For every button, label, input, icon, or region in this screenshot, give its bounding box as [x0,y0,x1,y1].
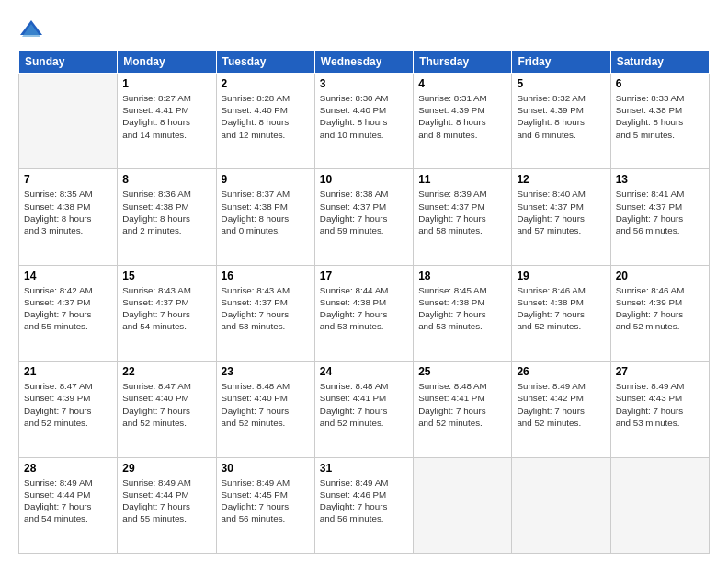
day-number: 5 [517,77,605,90]
day-info: Sunrise: 8:49 AM Sunset: 4:45 PM Dayligh… [222,477,310,525]
day-info: Sunrise: 8:45 AM Sunset: 4:38 PM Dayligh… [418,284,506,333]
day-info: Sunrise: 8:46 AM Sunset: 4:39 PM Dayligh… [616,284,704,333]
calendar-cell: 25Sunrise: 8:48 AM Sunset: 4:41 PM Dayli… [414,362,512,457]
day-number: 12 [517,173,605,186]
week-row-4: 21Sunrise: 8:47 AM Sunset: 4:39 PM Dayli… [19,362,710,457]
day-number: 19 [517,270,605,282]
day-info: Sunrise: 8:27 AM Sunset: 4:41 PM Dayligh… [122,92,210,141]
calendar-cell: 27Sunrise: 8:49 AM Sunset: 4:43 PM Dayli… [610,362,709,457]
day-info: Sunrise: 8:43 AM Sunset: 4:37 PM Dayligh… [222,284,310,333]
calendar-cell: 2Sunrise: 8:28 AM Sunset: 4:40 PM Daylig… [216,74,314,169]
day-number: 15 [122,270,210,282]
day-info: Sunrise: 8:47 AM Sunset: 4:40 PM Dayligh… [122,380,210,429]
week-row-2: 7Sunrise: 8:35 AM Sunset: 4:38 PM Daylig… [19,169,710,265]
day-info: Sunrise: 8:32 AM Sunset: 4:39 PM Dayligh… [517,92,605,141]
day-info: Sunrise: 8:46 AM Sunset: 4:38 PM Dayligh… [517,284,605,333]
day-info: Sunrise: 8:48 AM Sunset: 4:41 PM Dayligh… [320,380,408,429]
week-row-5: 28Sunrise: 8:49 AM Sunset: 4:44 PM Dayli… [19,457,710,553]
day-info: Sunrise: 8:49 AM Sunset: 4:43 PM Dayligh… [616,380,704,429]
day-number: 30 [222,462,310,475]
weekday-header-wednesday: Wednesday [314,51,413,74]
day-info: Sunrise: 8:42 AM Sunset: 4:37 PM Dayligh… [24,284,112,333]
day-number: 1 [122,77,210,90]
day-number: 23 [222,365,310,378]
calendar-cell: 13Sunrise: 8:41 AM Sunset: 4:37 PM Dayli… [610,169,709,265]
day-number: 28 [24,462,112,475]
day-info: Sunrise: 8:48 AM Sunset: 4:41 PM Dayligh… [418,380,506,429]
calendar-header: SundayMondayTuesdayWednesdayThursdayFrid… [19,51,710,74]
day-number: 6 [616,77,704,90]
calendar-cell: 31Sunrise: 8:49 AM Sunset: 4:46 PM Dayli… [314,457,413,553]
calendar-cell: 21Sunrise: 8:47 AM Sunset: 4:39 PM Dayli… [19,362,118,457]
calendar-cell: 14Sunrise: 8:42 AM Sunset: 4:37 PM Dayli… [19,265,118,361]
calendar-cell: 24Sunrise: 8:48 AM Sunset: 4:41 PM Dayli… [314,362,413,457]
weekday-header-monday: Monday [118,51,216,74]
day-number: 18 [418,270,506,282]
calendar-cell: 8Sunrise: 8:36 AM Sunset: 4:38 PM Daylig… [118,169,216,265]
day-info: Sunrise: 8:44 AM Sunset: 4:38 PM Dayligh… [320,284,408,333]
weekday-row: SundayMondayTuesdayWednesdayThursdayFrid… [19,51,710,74]
day-number: 3 [320,77,408,90]
day-number: 8 [122,173,210,186]
weekday-header-sunday: Sunday [19,51,118,74]
day-number: 11 [418,173,506,186]
day-number: 2 [222,77,310,90]
week-row-1: 1Sunrise: 8:27 AM Sunset: 4:41 PM Daylig… [19,74,710,169]
day-info: Sunrise: 8:40 AM Sunset: 4:37 PM Dayligh… [517,188,605,236]
day-info: Sunrise: 8:41 AM Sunset: 4:37 PM Dayligh… [616,188,704,236]
calendar-cell: 11Sunrise: 8:39 AM Sunset: 4:37 PM Dayli… [414,169,512,265]
calendar-cell: 16Sunrise: 8:43 AM Sunset: 4:37 PM Dayli… [216,265,314,361]
day-number: 25 [418,365,506,378]
calendar-cell: 30Sunrise: 8:49 AM Sunset: 4:45 PM Dayli… [216,457,314,553]
day-info: Sunrise: 8:33 AM Sunset: 4:38 PM Dayligh… [616,92,704,141]
header [18,17,710,42]
day-info: Sunrise: 8:43 AM Sunset: 4:37 PM Dayligh… [122,284,210,333]
calendar-cell [19,74,118,169]
weekday-header-thursday: Thursday [414,51,512,74]
calendar-table: SundayMondayTuesdayWednesdayThursdayFrid… [18,50,710,554]
week-row-3: 14Sunrise: 8:42 AM Sunset: 4:37 PM Dayli… [19,265,710,361]
calendar-cell [610,457,709,553]
calendar-cell: 23Sunrise: 8:48 AM Sunset: 4:40 PM Dayli… [216,362,314,457]
day-number: 14 [24,270,112,282]
day-info: Sunrise: 8:49 AM Sunset: 4:44 PM Dayligh… [24,477,112,525]
day-info: Sunrise: 8:47 AM Sunset: 4:39 PM Dayligh… [24,380,112,429]
calendar-cell: 10Sunrise: 8:38 AM Sunset: 4:37 PM Dayli… [314,169,413,265]
day-number: 13 [616,173,704,186]
calendar-cell [414,457,512,553]
day-number: 27 [616,365,704,378]
day-number: 29 [122,462,210,475]
day-number: 31 [320,462,408,475]
day-info: Sunrise: 8:31 AM Sunset: 4:39 PM Dayligh… [418,92,506,141]
day-info: Sunrise: 8:28 AM Sunset: 4:40 PM Dayligh… [222,92,310,141]
calendar-cell: 29Sunrise: 8:49 AM Sunset: 4:44 PM Dayli… [118,457,216,553]
calendar-cell: 15Sunrise: 8:43 AM Sunset: 4:37 PM Dayli… [118,265,216,361]
calendar-cell: 17Sunrise: 8:44 AM Sunset: 4:38 PM Dayli… [314,265,413,361]
day-info: Sunrise: 8:48 AM Sunset: 4:40 PM Dayligh… [222,380,310,429]
calendar-body: 1Sunrise: 8:27 AM Sunset: 4:41 PM Daylig… [19,74,710,554]
day-number: 20 [616,270,704,282]
calendar-cell: 20Sunrise: 8:46 AM Sunset: 4:39 PM Dayli… [610,265,709,361]
day-info: Sunrise: 8:49 AM Sunset: 4:42 PM Dayligh… [517,380,605,429]
calendar-cell: 4Sunrise: 8:31 AM Sunset: 4:39 PM Daylig… [414,74,512,169]
day-number: 24 [320,365,408,378]
day-number: 10 [320,173,408,186]
calendar-cell: 19Sunrise: 8:46 AM Sunset: 4:38 PM Dayli… [512,265,610,361]
calendar-cell: 12Sunrise: 8:40 AM Sunset: 4:37 PM Dayli… [512,169,610,265]
day-number: 9 [222,173,310,186]
calendar-cell: 28Sunrise: 8:49 AM Sunset: 4:44 PM Dayli… [19,457,118,553]
calendar-cell: 26Sunrise: 8:49 AM Sunset: 4:42 PM Dayli… [512,362,610,457]
calendar-cell [512,457,610,553]
calendar-cell: 1Sunrise: 8:27 AM Sunset: 4:41 PM Daylig… [118,74,216,169]
day-info: Sunrise: 8:38 AM Sunset: 4:37 PM Dayligh… [320,188,408,236]
calendar-cell: 5Sunrise: 8:32 AM Sunset: 4:39 PM Daylig… [512,74,610,169]
day-number: 7 [24,173,112,186]
day-number: 22 [122,365,210,378]
day-info: Sunrise: 8:36 AM Sunset: 4:38 PM Dayligh… [122,188,210,236]
weekday-header-saturday: Saturday [610,51,709,74]
calendar-cell: 7Sunrise: 8:35 AM Sunset: 4:38 PM Daylig… [19,169,118,265]
day-info: Sunrise: 8:39 AM Sunset: 4:37 PM Dayligh… [418,188,506,236]
calendar-cell: 6Sunrise: 8:33 AM Sunset: 4:38 PM Daylig… [610,74,709,169]
calendar-cell: 9Sunrise: 8:37 AM Sunset: 4:38 PM Daylig… [216,169,314,265]
logo-icon [18,17,44,42]
